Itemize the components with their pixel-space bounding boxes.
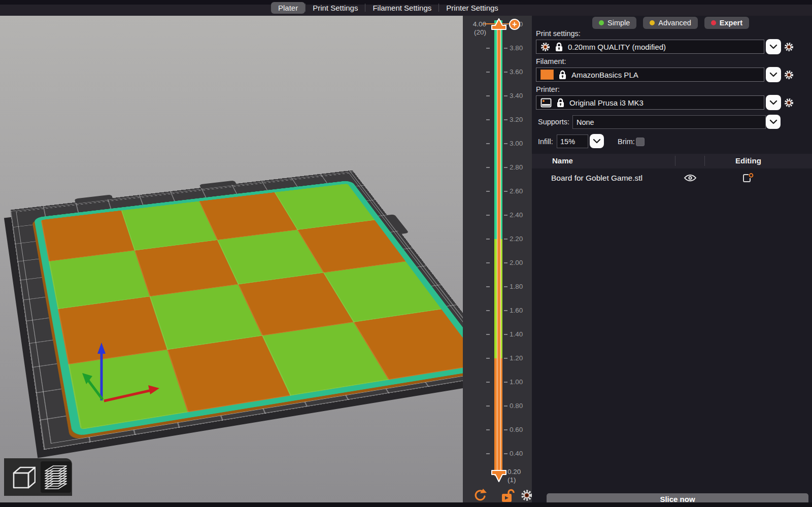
printer-label: Printer:: [536, 85, 560, 93]
layer-tick: 0.60: [486, 427, 533, 433]
top-bar: Plater Print Settings Filament Settings …: [0, 0, 812, 16]
print-settings-expand-button[interactable]: [766, 39, 781, 54]
filament-dropdown[interactable]: AmazonBasics PLA: [536, 67, 764, 82]
chevron-down-icon: [769, 44, 777, 49]
z-axis-arrow: [97, 343, 106, 354]
chevron-down-icon: [769, 100, 777, 105]
filament-label: Filament:: [536, 57, 566, 65]
printer-icon: [540, 98, 552, 108]
cube-3d-view-icon: [9, 464, 36, 490]
print-settings-dropdown[interactable]: 0.20mm QUALITY (modified): [536, 40, 764, 54]
object-row[interactable]: Board for Goblet Game.stl: [532, 170, 812, 187]
layers-view-icon: [42, 463, 70, 491]
editing-column-header: Editing: [735, 156, 761, 165]
print-settings-gear-button[interactable]: [784, 42, 794, 52]
brim-checkbox[interactable]: [636, 138, 645, 146]
layer-tick: 3.40: [486, 93, 533, 99]
undo-button[interactable]: [472, 488, 488, 503]
printer-dropdown[interactable]: Original Prusa i3 MK3: [536, 95, 764, 110]
layer-tick: 2.60: [486, 188, 533, 194]
gear-icon: [540, 42, 550, 52]
layer-tick: 3.20: [486, 117, 533, 123]
layer-tick: 3.00: [486, 141, 533, 147]
printer-gear-button[interactable]: [784, 98, 794, 108]
column-divider: [675, 156, 675, 166]
unlock-icon: [509, 490, 514, 494]
expert-mode-dot-icon: [711, 20, 716, 25]
mode-label: Advanced: [658, 19, 691, 27]
mode-selector: Simple Advanced Expert: [592, 17, 749, 29]
visibility-eye-button[interactable]: [684, 174, 697, 182]
print-settings-value: 0.20mm QUALITY (modified): [568, 43, 666, 51]
right-panel: Simple Advanced Expert Print settings:: [532, 16, 812, 502]
lock-toggle-button[interactable]: [500, 488, 515, 503]
lock-icon: [555, 42, 563, 52]
axes-indicator: [76, 335, 167, 412]
advanced-mode-dot-icon: [650, 20, 655, 25]
brim-label: Brim:: [618, 138, 635, 146]
filament-color-swatch: [540, 70, 554, 80]
mode-simple-button[interactable]: Simple: [592, 17, 636, 29]
column-divider: [704, 156, 705, 166]
object-name: Board for Goblet Game.stl: [551, 174, 642, 183]
viewport-3d[interactable]: [0, 16, 463, 502]
tab-print-settings[interactable]: Print Settings: [306, 2, 365, 14]
chevron-down-icon: [769, 119, 777, 124]
layers-view-button[interactable]: [41, 461, 71, 493]
add-color-change-button[interactable]: +: [509, 19, 520, 30]
filament-expand-button[interactable]: [766, 67, 781, 82]
object-table-header: Name Editing: [532, 154, 812, 168]
printer-value: Original Prusa i3 MK3: [569, 98, 644, 107]
supports-select[interactable]: None: [572, 115, 766, 129]
printer-expand-button[interactable]: [766, 95, 781, 110]
lock-icon: [558, 70, 567, 80]
view-mode-buttons: [4, 458, 72, 496]
tab-plater[interactable]: Plater: [271, 2, 305, 14]
layer-tick: 2.40: [486, 212, 533, 218]
supports-label: Supports:: [538, 118, 569, 126]
layer-tick: 1.20: [486, 355, 533, 361]
slider-bottom-label: 0.20 (1): [507, 468, 521, 484]
supports-expand-button[interactable]: [766, 115, 781, 129]
slider-top-label: 4.00 (20): [447, 20, 486, 37]
chevron-down-icon: [593, 139, 601, 144]
layer-tick: 0.40: [486, 451, 533, 457]
infill-expand-button[interactable]: [590, 134, 604, 148]
main-tabs: Plater Print Settings Filament Settings …: [271, 2, 505, 14]
slider-handle-top[interactable]: [491, 18, 506, 30]
tab-printer-settings[interactable]: Printer Settings: [439, 2, 505, 14]
filament-gear-button[interactable]: [784, 70, 794, 80]
layer-tick: 1.40: [486, 331, 533, 337]
x-axis-arrow: [148, 385, 159, 394]
chevron-down-icon: [769, 72, 777, 77]
layer-tick: 2.80: [486, 164, 533, 171]
layer-tick: 3.60: [486, 69, 533, 75]
mode-label: Expert: [720, 19, 742, 27]
layer-tick: 2.20: [486, 236, 533, 242]
infill-label: Infill:: [538, 138, 553, 146]
layer-tick: 1.00: [486, 379, 533, 385]
prusaslicer-window: Plater Print Settings Filament Settings …: [0, 0, 812, 507]
infill-input[interactable]: [557, 134, 588, 148]
name-column-header: Name: [552, 156, 573, 165]
edit-object-button[interactable]: [742, 173, 754, 183]
layer-tick: 3.80: [486, 45, 533, 51]
slider-settings-button[interactable]: [521, 489, 533, 501]
layer-tick: 0.80: [486, 403, 533, 409]
layer-tick: 1.60: [486, 308, 533, 314]
layer-tick: 2.00: [486, 260, 533, 266]
print-bed: [26, 79, 432, 485]
mode-label: Simple: [607, 19, 630, 27]
layer-tick: 1.80: [486, 284, 533, 290]
filament-value: AmazonBasics PLA: [571, 71, 638, 79]
simple-mode-dot-icon: [599, 20, 604, 25]
cube-3d-view-button[interactable]: [7, 461, 38, 493]
mode-advanced-button[interactable]: Advanced: [643, 17, 698, 29]
slider-handle-bottom[interactable]: [491, 470, 506, 482]
print-settings-label: Print settings:: [536, 29, 581, 38]
tab-filament-settings[interactable]: Filament Settings: [365, 2, 438, 14]
lock-icon: [556, 97, 565, 108]
mode-expert-button[interactable]: Expert: [704, 17, 749, 29]
window-bottom-edge: [0, 502, 812, 507]
